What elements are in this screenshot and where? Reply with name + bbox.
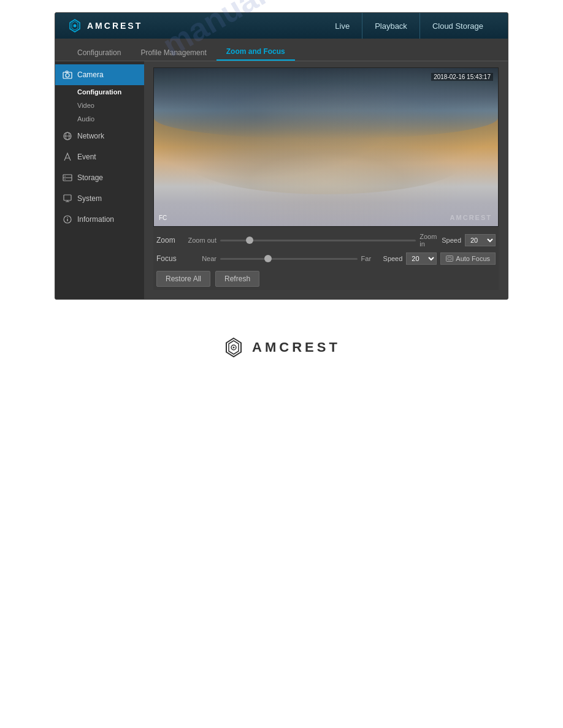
sidebar-item-system[interactable]: System <box>55 188 144 209</box>
nav-playback[interactable]: Playback <box>362 13 420 39</box>
sidebar-label-network: Network <box>77 132 104 140</box>
focus-speed-select[interactable]: 20 1 2 5 10 50 100 <box>406 252 437 265</box>
svg-rect-5 <box>66 71 68 73</box>
sidebar-subitem-video[interactable]: Video <box>55 99 144 112</box>
app-window: AMCREST Live Playback Cloud Storage Conf… <box>55 12 508 300</box>
bottom-amcrest-logo-icon <box>223 336 245 358</box>
zoom-out-label: Zoom out <box>185 237 216 244</box>
app-header: AMCREST Live Playback Cloud Storage <box>55 13 508 39</box>
focus-slider[interactable] <box>220 254 358 264</box>
focus-control-row: Focus Near Far Speed 20 1 2 <box>156 252 496 265</box>
sidebar-label-camera: Camera <box>77 70 104 79</box>
main-content: Camera Configuration Video Audio Network <box>55 61 508 299</box>
sidebar-item-storage[interactable]: Storage <box>55 167 144 188</box>
svg-rect-14 <box>64 195 71 200</box>
action-buttons: Restore All Refresh <box>156 271 496 287</box>
zoom-slider-track <box>220 240 416 241</box>
auto-focus-button[interactable]: Auto Focus <box>440 252 496 265</box>
amcrest-logo-icon <box>67 18 82 33</box>
nav-cloud-storage[interactable]: Cloud Storage <box>420 13 496 39</box>
zoom-speed-label: Speed <box>442 237 461 244</box>
focus-label: Focus <box>156 254 181 263</box>
sidebar-item-event[interactable]: Event <box>55 146 144 167</box>
camera-submenu: Configuration Video Audio <box>55 85 144 126</box>
network-icon <box>63 131 72 141</box>
focus-near-label: Near <box>185 255 216 262</box>
sidebar-item-camera[interactable]: Camera <box>55 64 144 85</box>
refresh-button[interactable]: Refresh <box>215 271 259 287</box>
sidebar-label-event: Event <box>77 153 96 161</box>
svg-point-4 <box>66 74 69 77</box>
camera-overlay <box>154 68 498 226</box>
camera-rec-label: FC <box>159 214 167 221</box>
zoom-in-label: Zoom in <box>419 233 438 248</box>
zoom-slider-thumb[interactable] <box>246 237 253 244</box>
svg-point-2 <box>74 25 77 28</box>
restore-all-button[interactable]: Restore All <box>156 271 210 287</box>
storage-icon <box>63 173 72 183</box>
focus-speed-label: Speed <box>383 255 403 262</box>
sidebar-item-network[interactable]: Network <box>55 126 144 146</box>
sidebar-label-system: System <box>77 194 102 203</box>
sidebar-subitem-configuration[interactable]: Configuration <box>55 85 144 99</box>
focus-slider-track <box>220 258 358 260</box>
system-icon <box>63 194 72 203</box>
sidebar-label-information: Information <box>77 215 114 224</box>
svg-point-13 <box>64 179 66 180</box>
tab-bar: Configuration Profile Management Zoom an… <box>55 39 508 61</box>
controls-area: Zoom Zoom out Zoom in Speed 20 1 2 <box>153 227 499 290</box>
zoom-speed-select[interactable]: 20 1 2 5 10 50 100 <box>465 234 496 246</box>
info-icon <box>63 214 72 224</box>
camera-watermark: AMCREST <box>450 214 492 221</box>
header-nav: Live Playback Cloud Storage <box>323 13 496 39</box>
svg-rect-20 <box>446 256 453 262</box>
logo-area: AMCREST <box>67 18 323 33</box>
sidebar-subitem-audio[interactable]: Audio <box>55 112 144 126</box>
svg-rect-21 <box>448 257 451 260</box>
camera-icon <box>63 70 72 80</box>
auto-focus-label: Auto Focus <box>456 255 490 262</box>
camera-feed: 2018-02-16 15:43:17 FC AMCREST <box>153 67 499 227</box>
focus-far-label: Far <box>361 255 380 262</box>
svg-point-12 <box>64 176 66 177</box>
zoom-label: Zoom <box>156 236 181 245</box>
event-icon <box>63 152 72 162</box>
nav-live[interactable]: Live <box>323 13 362 39</box>
zoom-control-row: Zoom Zoom out Zoom in Speed 20 1 2 <box>156 233 496 248</box>
content-panel: 2018-02-16 15:43:17 FC AMCREST Zoom Zoom… <box>144 61 508 299</box>
auto-focus-icon <box>446 256 453 262</box>
tab-profile-management[interactable]: Profile Management <box>131 45 216 61</box>
sidebar-label-storage: Storage <box>77 173 103 182</box>
sidebar-item-information[interactable]: Information <box>55 209 144 230</box>
logo-text: AMCREST <box>87 21 142 31</box>
tab-configuration[interactable]: Configuration <box>67 45 131 61</box>
focus-slider-thumb[interactable] <box>264 255 272 262</box>
svg-point-19 <box>67 217 68 218</box>
svg-point-25 <box>233 347 235 349</box>
sidebar: Camera Configuration Video Audio Network <box>55 61 144 299</box>
bottom-logo-area: AMCREST <box>223 300 340 383</box>
zoom-slider[interactable] <box>220 235 416 245</box>
bottom-logo-text: AMCREST <box>252 339 340 355</box>
camera-timestamp: 2018-02-16 15:43:17 <box>431 73 493 81</box>
tab-zoom-and-focus[interactable]: Zoom and Focus <box>216 44 295 61</box>
